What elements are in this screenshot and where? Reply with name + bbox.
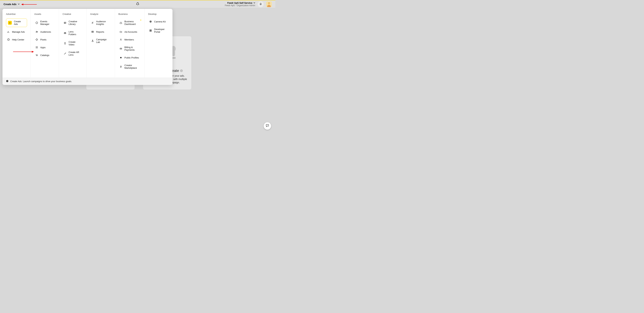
nav-manage-ads[interactable]: Manage Ads	[6, 29, 27, 35]
mega-col-advertise: Advertise + Create Ads Manage Ads ? Help…	[2, 9, 31, 77]
svg-point-14	[37, 46, 38, 47]
nav-manage-ads-label: Manage Ads	[12, 30, 25, 33]
nav-events-manager[interactable]: Events Manager	[34, 18, 55, 27]
home-icon	[120, 21, 122, 24]
nav-public-profiles-label: Public Profiles	[124, 56, 139, 59]
create-ads-dropdown-trigger[interactable]: Create Ads	[4, 3, 20, 6]
nav-camera-kit[interactable]: Camera Kit	[148, 18, 169, 24]
star-icon	[120, 56, 122, 59]
nav-audience-insights[interactable]: Audience Insights	[90, 18, 111, 27]
svg-point-32	[120, 39, 121, 39]
nav-developer-portal[interactable]: Developer Portal	[148, 26, 169, 35]
svg-rect-37	[151, 30, 152, 30]
nav-public-profiles[interactable]: Public Profiles	[118, 54, 141, 61]
header-right-cluster: Feedr ApS Self Service Feedr ApS - Organ…	[225, 1, 272, 7]
aperture-icon	[149, 20, 152, 23]
nav-creative-library-label: Creative Library	[68, 20, 82, 25]
mega-menu-footer: i Create Ads: Launch campaigns to drive …	[2, 77, 172, 85]
plus-icon: +	[8, 21, 12, 25]
nav-pixels-label: Pixels	[40, 38, 46, 41]
diamond-icon	[35, 38, 38, 41]
nav-audiences[interactable]: Audiences	[34, 29, 55, 35]
wand-icon	[64, 52, 66, 55]
bar-chart-icon	[7, 30, 10, 33]
nav-business-dashboard[interactable]: Business Dashboard	[118, 18, 141, 27]
nav-audience-insights-label: Audience Insights	[96, 20, 110, 25]
folder-icon	[120, 30, 122, 33]
nav-ad-accounts[interactable]: Ad Accounts	[118, 29, 141, 35]
svg-rect-39	[151, 31, 152, 31]
svg-point-20	[37, 48, 38, 48]
account-name-label: Feedr ApS Self Service	[227, 1, 252, 4]
svg-point-16	[36, 47, 37, 47]
nav-create-ads-label: Create Ads	[14, 20, 25, 25]
nav-billing-payments-label: Billing & Payments	[124, 46, 140, 51]
svg-point-21	[36, 56, 36, 56]
svg-rect-27	[65, 32, 66, 33]
people-icon	[35, 30, 38, 33]
snapchat-logo-icon	[136, 2, 140, 6]
svg-point-17	[37, 47, 38, 47]
nav-camera-kit-label: Camera Kit	[154, 20, 166, 23]
svg-text:?: ?	[8, 39, 9, 40]
credit-card-icon	[120, 47, 122, 50]
svg-point-30	[92, 22, 93, 23]
nav-create-ar-lens-label: Create AR Lens	[68, 51, 82, 56]
nav-creator-marketplace-label: Creator Marketplace	[124, 64, 140, 69]
nav-lens-folders-label: Lens Folders	[68, 30, 82, 36]
nav-reports[interactable]: Reports	[90, 29, 111, 35]
user-avatar[interactable]	[266, 1, 272, 7]
nav-creative-library[interactable]: Creative Library	[62, 18, 83, 27]
mega-col-develop-title: Develop	[148, 13, 169, 15]
chevron-down-icon	[18, 3, 20, 5]
nav-apps-label: Apps	[40, 46, 46, 49]
mega-col-develop: Develop Camera Kit Developer Portal	[144, 9, 172, 77]
bell-icon	[259, 2, 262, 6]
mega-col-business-title: Business	[118, 13, 141, 15]
table-icon	[91, 30, 94, 33]
help-chat-icon: ?	[266, 124, 269, 128]
camera-icon	[64, 32, 66, 34]
nav-create-ar-lens[interactable]: Create AR Lens	[62, 49, 83, 58]
blocks-icon	[149, 29, 152, 32]
nav-create-video[interactable]: Create Video	[62, 39, 83, 47]
notifications-button[interactable]	[258, 1, 264, 7]
svg-point-34	[120, 66, 122, 67]
mega-col-creative-title: Creative	[62, 13, 83, 15]
grid-icon	[35, 46, 38, 49]
svg-point-15	[36, 47, 36, 47]
nav-reports-label: Reports	[96, 30, 104, 33]
main-nav-mega-menu: Advertise + Create Ads Manage Ads ? Help…	[2, 9, 172, 85]
notification-dot-icon	[140, 19, 141, 20]
svg-point-19	[36, 48, 37, 48]
svg-rect-4	[172, 50, 175, 56]
account-switcher[interactable]: Feedr ApS Self Service Feedr ApS - Organ…	[225, 1, 255, 7]
nav-developer-portal-label: Developer Portal	[154, 28, 168, 33]
nav-campaign-lab[interactable]: Campaign Lab	[90, 36, 111, 45]
person-spark-icon	[91, 21, 94, 24]
svg-marker-8	[36, 22, 38, 24]
create-ads-dropdown-label: Create Ads	[4, 3, 16, 6]
mega-col-assets: Assets Events Manager Audiences Pixels A…	[31, 9, 59, 77]
nav-billing-payments[interactable]: Billing & Payments	[118, 44, 141, 53]
nav-events-manager-label: Events Manager	[40, 20, 54, 25]
svg-text:i: i	[7, 80, 8, 82]
nav-members[interactable]: Members	[118, 36, 141, 42]
nav-members-label: Members	[124, 38, 134, 41]
nav-lens-folders[interactable]: Lens Folders	[62, 29, 83, 37]
nav-catalogs[interactable]: Catalogs	[34, 52, 55, 58]
svg-point-29	[65, 44, 65, 44]
account-role-label: Feedr ApS - Organization Admin	[225, 4, 255, 7]
nav-pixels[interactable]: Pixels	[34, 36, 55, 42]
nav-create-ads[interactable]: + Create Ads	[6, 18, 27, 27]
svg-rect-31	[92, 31, 94, 32]
cart-icon	[35, 54, 38, 56]
mega-col-advertise-title: Advertise	[6, 13, 27, 15]
mega-col-assets-title: Assets	[34, 13, 55, 15]
mega-col-business: Business Business Dashboard Ad Accounts …	[115, 9, 144, 77]
nav-help-center-label: Help Center	[12, 38, 24, 41]
nav-apps[interactable]: Apps	[34, 44, 55, 50]
nav-help-center[interactable]: ? Help Center	[6, 36, 27, 42]
nav-creator-marketplace[interactable]: Creator Marketplace	[118, 62, 141, 71]
help-fab-button[interactable]: ?	[264, 122, 271, 130]
